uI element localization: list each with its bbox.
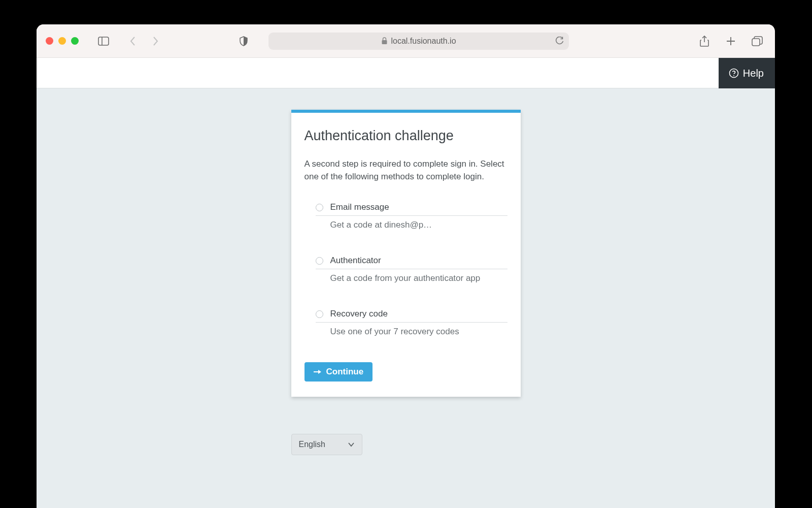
method-title: Recovery code [330,309,388,319]
browser-toolbar: local.fusionauth.io [37,24,775,58]
language-select[interactable]: English [291,434,362,455]
radio-icon[interactable] [316,310,323,318]
help-button[interactable]: Help [719,58,775,88]
tab-overview-icon[interactable] [749,33,766,50]
radio-icon[interactable] [316,204,323,211]
chevron-down-icon [348,442,355,447]
window-controls [46,37,79,45]
lock-icon [381,37,388,45]
share-icon[interactable] [696,33,713,50]
reload-icon[interactable] [555,37,564,46]
browser-window: local.fusionauth.io Help [37,24,775,508]
help-label: Help [743,68,764,79]
method-subtitle: Get a code at dinesh@p… [330,220,507,230]
nav-back-icon[interactable] [124,33,142,50]
sidebar-toggle-icon[interactable] [95,33,112,50]
help-icon [729,68,739,78]
privacy-shield-icon[interactable] [235,33,252,50]
method-subtitle: Get a code from your authenticator app [330,273,507,283]
svg-point-7 [733,75,734,76]
method-title: Email message [330,202,389,212]
method-subtitle: Use one of your 7 recovery codes [330,327,507,337]
window-close-icon[interactable] [46,37,53,45]
card-intro: A second step is required to complete si… [304,158,507,183]
svg-point-6 [729,69,738,78]
method-recovery[interactable]: Recovery code Use one of your 7 recovery… [304,302,507,341]
continue-button[interactable]: Continue [304,362,373,382]
method-authenticator[interactable]: Authenticator Get a code from your authe… [304,248,507,288]
address-bar[interactable]: local.fusionauth.io [268,33,569,50]
address-bar-text: local.fusionauth.io [391,37,456,46]
radio-icon[interactable] [316,257,323,265]
arrow-right-icon [314,368,321,375]
svg-rect-0 [98,37,109,45]
window-minimize-icon[interactable] [58,37,66,45]
svg-rect-5 [752,39,760,46]
window-zoom-icon[interactable] [71,37,79,45]
svg-rect-2 [382,40,387,44]
language-selected: English [299,440,325,449]
auth-challenge-card: Authentication challenge A second step i… [291,110,521,397]
app-topbar: Help [37,58,775,88]
page-viewport: Help Authentication challenge A second s… [37,58,775,508]
method-email[interactable]: Email message Get a code at dinesh@p… [304,195,507,234]
card-title: Authentication challenge [304,128,507,144]
new-tab-icon[interactable] [722,33,739,50]
nav-forward-icon[interactable] [147,33,164,50]
method-title: Authenticator [330,256,381,266]
continue-label: Continue [326,367,364,377]
